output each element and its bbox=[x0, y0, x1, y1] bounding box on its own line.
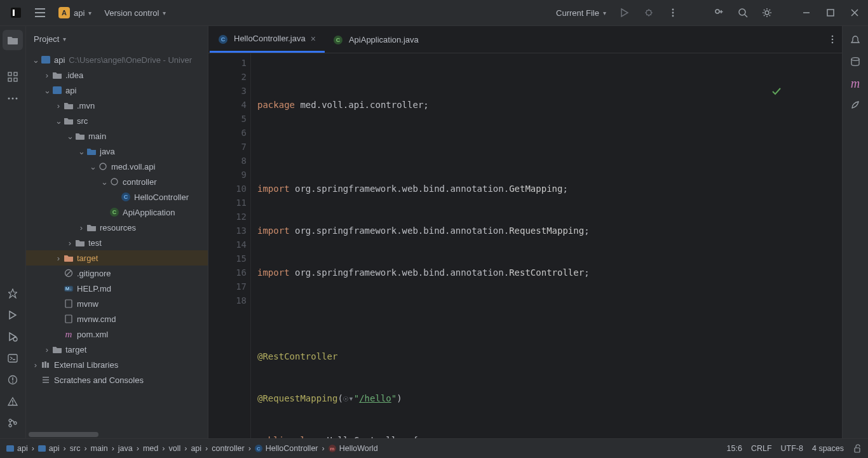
tree-root[interactable]: ⌄ api C:\Users\angel\OneDrive - Univer bbox=[26, 52, 208, 67]
tree-item[interactable]: ›.mvn bbox=[26, 98, 208, 113]
main-menu-button[interactable] bbox=[29, 2, 51, 24]
debug-button[interactable] bbox=[638, 2, 660, 24]
project-tree: ⌄ api C:\Users\angel\OneDrive - Univer ›… bbox=[26, 52, 208, 438]
breadcrumb-item[interactable]: CHelloController bbox=[255, 444, 318, 453]
bookmarks-tool-button[interactable] bbox=[3, 283, 23, 304]
terminal-tool-button[interactable] bbox=[3, 348, 23, 368]
tree-item[interactable]: ⌄med.voll.api bbox=[26, 159, 208, 174]
breadcrumb-item[interactable]: api bbox=[38, 444, 60, 453]
line-separator[interactable]: CRLF bbox=[751, 444, 772, 453]
tree-item[interactable]: Scratches and Consoles bbox=[26, 372, 208, 387]
tree-item[interactable]: ⌄java bbox=[26, 144, 208, 159]
database-tool-button[interactable] bbox=[845, 51, 865, 72]
tree-item[interactable]: ⌄api bbox=[26, 83, 208, 98]
code-content[interactable]: package med.voll.api.controller; import … bbox=[251, 53, 842, 438]
line-number: 4 bbox=[208, 98, 247, 112]
project-dropdown[interactable]: A api ▾ bbox=[53, 4, 97, 21]
services-tool-button[interactable] bbox=[3, 327, 23, 347]
breadcrumb-item[interactable]: api bbox=[6, 444, 28, 453]
svg-rect-9 bbox=[827, 10, 834, 16]
breadcrumb-item[interactable]: src bbox=[70, 444, 81, 453]
code-editor[interactable]: 1 2 3 4 5 6 7 8 9 10 11 12 13 14 15 16 1 bbox=[208, 53, 842, 438]
run-button[interactable] bbox=[614, 2, 635, 24]
tree-label: resources bbox=[100, 223, 136, 232]
tab-options-button[interactable] bbox=[823, 26, 842, 53]
spring-tool-button[interactable] bbox=[845, 95, 865, 115]
breadcrumb-item[interactable]: med bbox=[143, 444, 158, 453]
gutter[interactable]: 1 2 3 4 5 6 7 8 9 10 11 12 13 14 15 16 1 bbox=[208, 53, 251, 438]
breadcrumb-item[interactable]: mHelloWorld bbox=[329, 444, 378, 453]
maven-tool-button[interactable]: m bbox=[845, 73, 865, 93]
class-icon: C bbox=[219, 34, 229, 44]
chevron-right-icon: › bbox=[77, 223, 86, 232]
indent-setting[interactable]: 4 spaces bbox=[812, 444, 844, 453]
svg-rect-34 bbox=[47, 363, 49, 368]
minimize-button[interactable] bbox=[796, 2, 817, 24]
tree-item[interactable]: ⌄controller bbox=[26, 174, 208, 189]
vcs-tool-button[interactable] bbox=[3, 413, 23, 433]
problems-tool-button[interactable] bbox=[3, 370, 23, 390]
tree-item[interactable]: ›.idea bbox=[26, 67, 208, 83]
vcs-dropdown[interactable]: Version control ▾ bbox=[99, 6, 171, 20]
breadcrumb-item[interactable]: controller bbox=[212, 444, 244, 453]
close-tab-button[interactable]: × bbox=[311, 34, 316, 44]
breadcrumb-item[interactable]: main bbox=[91, 444, 108, 453]
tree-item[interactable]: mpom.xml bbox=[26, 327, 208, 342]
inspection-ok-icon[interactable] bbox=[771, 58, 836, 125]
more-actions-button[interactable] bbox=[662, 2, 684, 24]
line-number: 15 bbox=[208, 252, 247, 266]
svg-point-23 bbox=[9, 424, 11, 427]
breadcrumb-item[interactable]: api bbox=[191, 444, 201, 453]
project-badge: A bbox=[58, 7, 70, 18]
file-encoding[interactable]: UTF-8 bbox=[781, 444, 803, 453]
chevron-down-icon: ⌄ bbox=[54, 116, 63, 126]
breadcrumb-item[interactable]: voll bbox=[168, 444, 180, 453]
tree-item[interactable]: .gitignore bbox=[26, 266, 208, 281]
run-tool-button[interactable] bbox=[3, 305, 23, 325]
structure-tool-button[interactable] bbox=[3, 67, 23, 87]
project-panel-header[interactable]: Project ▾ bbox=[26, 26, 208, 52]
svg-rect-41 bbox=[855, 448, 860, 452]
line-number: 12 bbox=[208, 210, 247, 224]
settings-button[interactable] bbox=[756, 2, 778, 24]
maximize-button[interactable] bbox=[820, 2, 841, 24]
tree-item[interactable]: ›resources bbox=[26, 220, 208, 235]
tree-item-selected[interactable]: ›target bbox=[26, 250, 208, 266]
svg-point-37 bbox=[832, 42, 834, 44]
project-tool-button[interactable] bbox=[3, 30, 23, 50]
tree-item[interactable]: ›target bbox=[26, 342, 208, 357]
tree-label: api bbox=[54, 55, 65, 65]
right-tool-stripe: m bbox=[842, 26, 868, 438]
svg-rect-40 bbox=[38, 445, 46, 452]
tree-item[interactable]: ⌄src bbox=[26, 113, 208, 128]
breadcrumb-item[interactable]: java bbox=[118, 444, 133, 453]
tree-item[interactable]: mvnw.cmd bbox=[26, 311, 208, 327]
tree-item[interactable]: CHelloController bbox=[26, 189, 208, 205]
tree-item[interactable]: ›External Libraries bbox=[26, 357, 208, 372]
horizontal-scrollbar[interactable] bbox=[29, 432, 98, 437]
chevron-right-icon: › bbox=[43, 71, 51, 80]
close-window-button[interactable] bbox=[844, 2, 865, 24]
readonly-toggle[interactable] bbox=[853, 444, 862, 453]
tree-item[interactable]: ⌄main bbox=[26, 128, 208, 144]
line-number: 8 bbox=[208, 154, 247, 168]
more-tools-button[interactable] bbox=[3, 88, 23, 109]
svg-point-6 bbox=[715, 10, 719, 13]
line-number: 3 bbox=[208, 84, 247, 98]
code-with-me-button[interactable] bbox=[708, 2, 729, 24]
tab-api-application[interactable]: C ApiApplication.java bbox=[325, 26, 428, 53]
caret-position[interactable]: 15:6 bbox=[727, 444, 742, 453]
svg-rect-11 bbox=[14, 72, 17, 76]
tree-item[interactable]: ›test bbox=[26, 235, 208, 250]
package-icon bbox=[109, 178, 120, 185]
tree-item[interactable]: mvnw bbox=[26, 296, 208, 311]
titlebar: A api ▾ Version control ▾ Current File ▾ bbox=[0, 0, 868, 26]
tree-item[interactable]: CApiApplication bbox=[26, 205, 208, 220]
warnings-tool-button[interactable] bbox=[3, 391, 23, 412]
run-config-dropdown[interactable]: Current File ▾ bbox=[551, 6, 611, 20]
folder-icon bbox=[63, 117, 74, 125]
notifications-button[interactable] bbox=[845, 30, 865, 50]
tree-item[interactable]: M↓HELP.md bbox=[26, 281, 208, 296]
tab-hello-controller[interactable]: C HelloController.java × bbox=[210, 26, 325, 53]
search-button[interactable] bbox=[732, 2, 754, 24]
